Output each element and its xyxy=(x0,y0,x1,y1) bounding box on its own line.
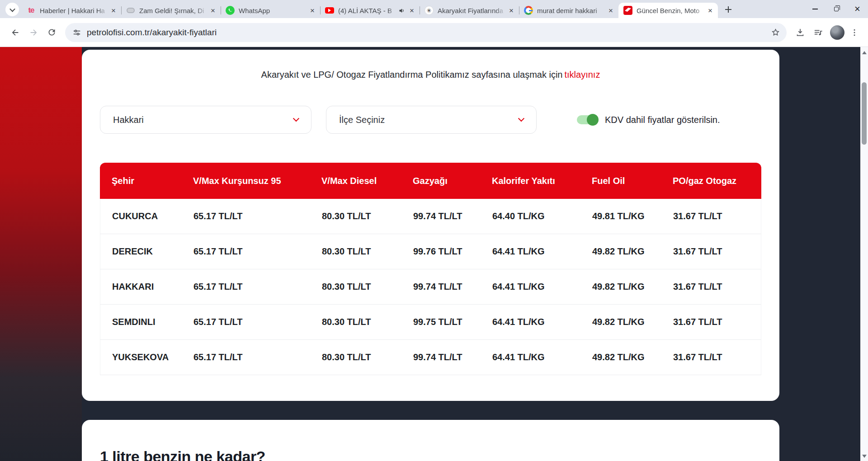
minimize-button[interactable] xyxy=(804,0,826,18)
header-cell: Gazyağı xyxy=(413,176,492,186)
table-row: CUKURCA65.17 TL/LT80.30 TL/LT99.74 TL/LT… xyxy=(100,199,761,234)
background-gradient xyxy=(0,47,82,461)
tab-title: Zam Geldi! Şırnak, Di xyxy=(139,7,207,14)
tab-close-icon[interactable]: × xyxy=(706,6,714,14)
price-cell: 49.81 TL/KG xyxy=(592,211,673,221)
price-cell: 31.67 TL/LT xyxy=(673,211,761,221)
price-cell: 80.30 TL/LT xyxy=(322,211,413,221)
tab-2[interactable]: Zam Geldi! Şırnak, Di× xyxy=(121,3,221,18)
policy-link[interactable]: tıklayınız xyxy=(565,70,600,80)
tab-close-icon[interactable]: × xyxy=(209,6,217,14)
price-cell: 64.41 TL/KG xyxy=(492,246,592,257)
city-cell: HAKKARI xyxy=(112,282,193,292)
browser-toolbar: petrolofisi.com.tr/akaryakit-fiyatlari xyxy=(0,18,868,47)
tab-5[interactable]: ✳Akaryakıt Fiyatlarında× xyxy=(420,3,519,18)
chevron-down-icon xyxy=(293,115,299,122)
price-cell: 49.82 TL/KG xyxy=(592,246,673,257)
tab-1[interactable]: teHaberler | Hakkari Ha× xyxy=(22,3,121,18)
tab-6[interactable]: murat demir hakkari× xyxy=(519,3,618,18)
forward-button[interactable] xyxy=(24,24,42,42)
window-controls: × xyxy=(804,0,868,18)
filters-row: Hakkari İlçe Seçiniz KDV dahil fiyatlar … xyxy=(100,106,779,134)
url-text[interactable]: petrolofisi.com.tr/akaryakit-fiyatlari xyxy=(87,28,768,38)
tab-title: Haberler | Hakkari Ha xyxy=(40,7,108,14)
download-icon xyxy=(795,28,805,38)
back-button[interactable] xyxy=(6,24,24,42)
tab-search-button[interactable] xyxy=(5,3,19,16)
header-cell: V/Max Kurşunsuz 95 xyxy=(193,176,321,186)
chevron-down-icon xyxy=(9,6,15,12)
news-icon xyxy=(127,8,135,13)
price-cell: 64.41 TL/KG xyxy=(492,282,592,292)
price-cell: 65.17 TL/LT xyxy=(193,352,322,362)
browser-menu-button[interactable] xyxy=(847,24,862,42)
tab-7[interactable]: Güncel Benzin, Moto× xyxy=(618,3,718,18)
fuel-prices-card: Akaryakıt ve LPG/ Otogaz Fiyatlandırma P… xyxy=(82,50,779,401)
tab-close-icon[interactable]: × xyxy=(308,6,316,14)
header-cell: V/Max Diesel xyxy=(321,176,413,186)
price-cell: 99.74 TL/LT xyxy=(413,282,492,292)
price-cell: 65.17 TL/LT xyxy=(193,282,322,292)
table-row: SEMDINLI65.17 TL/LT80.30 TL/LT99.75 TL/L… xyxy=(100,305,761,340)
city-cell: DERECIK xyxy=(112,246,193,257)
section-heading: 1 litre benzin ne kadar? xyxy=(100,448,779,461)
price-cell: 99.74 TL/LT xyxy=(413,352,492,362)
scroll-down-arrow-icon[interactable] xyxy=(862,455,867,458)
tab-title: WhatsApp xyxy=(239,7,307,14)
price-cell: 64.41 TL/KG xyxy=(492,317,592,327)
tab-close-icon[interactable]: × xyxy=(408,6,416,14)
price-cell: 64.41 TL/KG xyxy=(492,352,592,362)
media-controls-button[interactable] xyxy=(809,24,827,42)
back-icon xyxy=(10,28,20,38)
district-select-placeholder: İlçe Seçiniz xyxy=(339,115,385,125)
price-cell: 99.74 TL/LT xyxy=(413,211,492,221)
profile-avatar[interactable] xyxy=(830,25,844,40)
table-row: HAKKARI65.17 TL/LT80.30 TL/LT99.74 TL/LT… xyxy=(100,269,761,305)
price-cell: 49.82 TL/KG xyxy=(592,282,673,292)
new-tab-button[interactable] xyxy=(722,3,735,16)
price-cell: 31.67 TL/LT xyxy=(673,282,761,292)
vat-toggle[interactable] xyxy=(577,115,598,124)
google-icon xyxy=(524,6,533,15)
bookmark-button[interactable] xyxy=(768,25,783,40)
tab-close-icon[interactable]: × xyxy=(607,6,615,14)
table-body: CUKURCA65.17 TL/LT80.30 TL/LT99.74 TL/LT… xyxy=(100,199,761,375)
price-cell: 80.30 TL/LT xyxy=(322,317,413,327)
close-button[interactable]: × xyxy=(847,0,868,18)
address-bar[interactable]: petrolofisi.com.tr/akaryakit-fiyatlari xyxy=(65,23,787,42)
bookmark-star-icon xyxy=(771,28,780,37)
tab-close-icon[interactable]: × xyxy=(507,6,515,14)
site-info-icon xyxy=(72,28,81,37)
tab-strip: teHaberler | Hakkari Ha×Zam Geldi! Şırna… xyxy=(0,0,868,18)
news-icon xyxy=(126,5,136,15)
policy-text-static: Akaryakıt ve LPG/ Otogaz Fiyatlandırma P… xyxy=(261,70,563,80)
petrol-ofisi-icon xyxy=(623,5,633,15)
forward-icon xyxy=(28,28,38,38)
price-cell: 64.40 TL/KG xyxy=(492,211,592,221)
reload-button[interactable] xyxy=(42,24,61,42)
city-select[interactable]: Hakkari xyxy=(100,106,311,134)
tab-title: Akaryakıt Fiyatlarında xyxy=(438,7,505,14)
audio-playing-icon[interactable] xyxy=(398,7,405,14)
tab-close-icon[interactable]: × xyxy=(109,6,118,14)
restore-button[interactable] xyxy=(826,0,847,18)
three-dots-icon xyxy=(850,28,859,37)
scrollbar-thumb[interactable] xyxy=(862,82,867,145)
header-cell: Kalorifer Yakıtı xyxy=(492,176,592,186)
tab-4[interactable]: (4) ALİ AKTAŞ - B× xyxy=(320,3,420,18)
scroll-up-arrow-icon[interactable] xyxy=(862,51,867,54)
te-icon: te xyxy=(26,5,36,15)
price-cell: 65.17 TL/LT xyxy=(193,246,322,257)
tab-3[interactable]: WhatsApp× xyxy=(221,3,320,18)
header-cell: Şehir xyxy=(112,176,193,186)
table-row: DERECIK65.17 TL/LT80.30 TL/LT99.76 TL/LT… xyxy=(100,234,761,269)
district-select[interactable]: İlçe Seçiniz xyxy=(326,106,537,134)
price-cell: 49.82 TL/KG xyxy=(592,317,673,327)
media-controls-icon xyxy=(813,28,823,38)
downloads-button[interactable] xyxy=(791,24,809,42)
scrollbar[interactable] xyxy=(860,47,868,461)
chatgpt-icon: ✳ xyxy=(424,5,434,15)
tab-title: (4) ALİ AKTAŞ - B xyxy=(338,7,396,14)
minimize-icon xyxy=(812,9,818,9)
whatsapp-icon xyxy=(225,5,235,15)
